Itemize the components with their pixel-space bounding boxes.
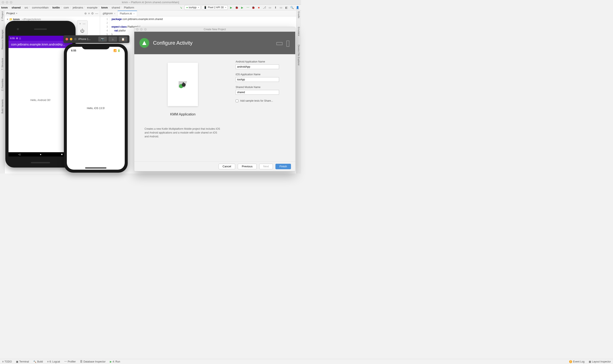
- crumb[interactable]: kotlin: [52, 6, 60, 9]
- screenshot-button[interactable]: 📷: [98, 37, 107, 42]
- dialog-title: Create New Project: [204, 28, 226, 31]
- strip-resource-manager[interactable]: Resource Manager: [1, 29, 4, 50]
- ios-simulator[interactable]: 6:55 📶 🔋 Hello, iOS 13.5!: [64, 44, 128, 173]
- chevron-down-icon[interactable]: ▾: [16, 12, 17, 14]
- root-path: ~/Projects/kmm: [22, 18, 41, 21]
- previous-button[interactable]: Previous: [238, 164, 257, 169]
- sync-icon[interactable]: ↘: [179, 5, 183, 10]
- ios-simulator-toolbar[interactable]: iPhone 1... 📷 ⌂ 📋: [63, 35, 129, 43]
- shared-name-input[interactable]: [236, 90, 279, 95]
- hide-icon[interactable]: —: [95, 12, 98, 15]
- avd-icon[interactable]: ▭: [268, 5, 272, 10]
- crumb[interactable]: src: [25, 6, 28, 9]
- minimize-icon[interactable]: —: [82, 22, 85, 25]
- minimize-dot[interactable]: [6, 1, 8, 4]
- dialog-hero: Configure Activity ▭ ▯: [134, 32, 295, 54]
- strip-project[interactable]: 1: Project: [1, 11, 4, 21]
- crumb[interactable]: kmm: [1, 6, 8, 9]
- zoom-dot[interactable]: [74, 38, 77, 40]
- git-icon[interactable]: ⎇: [262, 5, 267, 10]
- tab-label: .gitignore: [102, 12, 113, 15]
- strip-structure[interactable]: 7: Structure: [1, 58, 4, 70]
- close-icon[interactable]: ×: [114, 12, 115, 15]
- memory-icon: ▯: [19, 37, 21, 40]
- home-icon[interactable]: ●: [40, 153, 41, 156]
- add-tests-checkbox[interactable]: [236, 100, 238, 102]
- tab-platform-kt[interactable]: Platform.kt ×: [118, 11, 137, 16]
- zoom-dot[interactable]: [10, 1, 12, 4]
- android-name-label: Android Application Name: [236, 60, 291, 63]
- stop-icon[interactable]: ■: [257, 5, 261, 10]
- template-preview: [168, 63, 198, 106]
- android-body: Hello, Android 30!: [9, 48, 72, 152]
- close-dot[interactable]: [2, 1, 4, 4]
- tool2-icon[interactable]: ◧: [284, 5, 289, 10]
- home-indicator[interactable]: [85, 168, 107, 169]
- dialog-hero-title: Configure Activity: [153, 40, 192, 46]
- run-config-combo[interactable]: ● iosApp: [184, 5, 201, 10]
- recents-icon[interactable]: ■: [61, 153, 63, 156]
- coverage-icon[interactable]: ▶: [240, 5, 244, 10]
- dialog-titlebar[interactable]: Create New Project: [134, 27, 295, 32]
- strip-emulator[interactable]: Emulator: [298, 27, 300, 36]
- sdk-icon[interactable]: ⬇: [273, 5, 278, 10]
- close-dot[interactable]: [66, 38, 68, 40]
- android-name-input[interactable]: [236, 65, 279, 69]
- crumb[interactable]: shared: [111, 6, 120, 9]
- close-icon[interactable]: ×: [79, 22, 81, 25]
- strip-favorites[interactable]: 2: Favorites: [1, 79, 4, 91]
- android-navbar[interactable]: ◁ ● ■: [9, 152, 72, 156]
- run-config-label: iosApp: [189, 6, 197, 9]
- attach-icon[interactable]: 🐞: [251, 5, 255, 10]
- android-statusbar: 6:55 ⚙ ▯: [9, 36, 72, 41]
- root-name: kmm: [13, 18, 20, 21]
- home-button[interactable]: ⌂: [109, 37, 117, 42]
- camera-icon: [17, 28, 19, 30]
- locate-icon[interactable]: ⊕: [84, 12, 87, 15]
- strip-gradle[interactable]: Gradle: [298, 11, 300, 18]
- ios-name-input[interactable]: [236, 77, 279, 82]
- run-icon[interactable]: ▶: [229, 5, 233, 10]
- power-icon[interactable]: ⏻: [80, 28, 84, 33]
- crumb[interactable]: commonMain: [32, 6, 49, 9]
- collapse-icon[interactable]: ≡: [88, 12, 90, 15]
- emulator-controls: × — ⏻: [77, 20, 88, 35]
- tool1-icon[interactable]: ▭: [279, 5, 283, 10]
- checkbox-label: Add sample tests for Share...: [240, 99, 273, 102]
- gutter: 1 2 3 4 5: [100, 16, 109, 37]
- debug-icon[interactable]: 🐞: [234, 5, 239, 10]
- traffic-lights[interactable]: [2, 1, 12, 4]
- crumb[interactable]: kmm: [101, 6, 108, 9]
- search-icon[interactable]: 🔍: [290, 5, 294, 10]
- crumb[interactable]: jetbrains: [73, 6, 83, 9]
- crumb[interactable]: Platform: [124, 6, 134, 9]
- close-icon[interactable]: ×: [133, 12, 135, 15]
- devices-icon: ▭ ▯: [276, 38, 290, 48]
- android-studio-logo-icon: [139, 38, 149, 48]
- dialog-footer: Cancel Previous Next Finish: [134, 161, 295, 171]
- minimize-dot[interactable]: [70, 38, 72, 40]
- finish-button[interactable]: Finish: [275, 164, 291, 169]
- copy-button[interactable]: 📋: [119, 37, 127, 42]
- strip-build-variants[interactable]: Build Variants: [1, 99, 4, 114]
- strip-device-explorer[interactable]: Device File Explorer: [298, 45, 300, 65]
- mac-titlebar: kmm – Platform.kt [kmm.shared.commonMain…: [0, 0, 301, 5]
- profile-icon[interactable]: 〰: [246, 5, 250, 10]
- device-combo[interactable]: 📱 Pixel 2 API 30: [202, 5, 228, 10]
- iphone-body: Hello, iOS 13.5!: [67, 47, 125, 170]
- add-tests-checkbox-row[interactable]: Add sample tests for Share...: [236, 99, 291, 102]
- window-title: kmm – Platform.kt [kmm.shared.commonMain…: [122, 1, 179, 4]
- cancel-button[interactable]: Cancel: [218, 164, 235, 169]
- project-panel-title[interactable]: Project: [6, 12, 15, 15]
- gear-icon[interactable]: ⚙: [91, 12, 94, 15]
- crumb[interactable]: example: [87, 6, 97, 9]
- crumb[interactable]: shared: [12, 6, 21, 9]
- back-icon[interactable]: ◁: [18, 153, 20, 156]
- next-button[interactable]: Next: [259, 164, 273, 169]
- shared-name-label: Shared Module Name: [236, 86, 291, 89]
- tab-gitignore[interactable]: .gitignore ×: [100, 11, 118, 16]
- phone-chin-icon: [31, 162, 50, 163]
- svg-rect-4: [183, 82, 184, 84]
- user-icon[interactable]: 👤: [295, 5, 300, 10]
- crumb[interactable]: com: [64, 6, 69, 9]
